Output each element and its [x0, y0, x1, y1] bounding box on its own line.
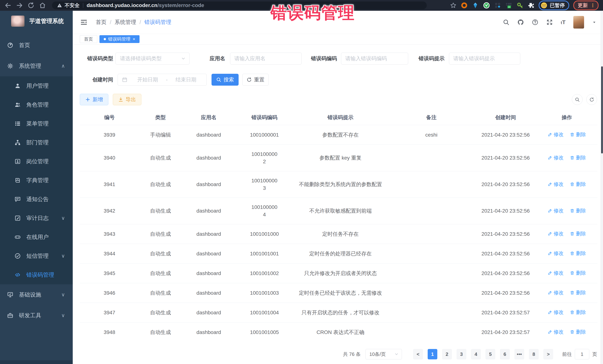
sidebar-item[interactable]: 部门管理: [0, 133, 73, 152]
app-name-input[interactable]: [230, 53, 302, 65]
delete-link[interactable]: 删除: [570, 207, 586, 214]
edit-link[interactable]: 修改: [548, 131, 564, 138]
cell-code: 1001001000: [236, 224, 293, 244]
help-icon[interactable]: [532, 19, 538, 26]
sidebar-item[interactable]: 用户管理: [0, 76, 73, 95]
page-size-select[interactable]: 10条/页: [366, 349, 402, 359]
sidebar-item[interactable]: 研发工具 ∨: [0, 305, 73, 326]
sidebar-item[interactable]: 审计日志 ∨: [0, 209, 73, 228]
delete-link[interactable]: 删除: [570, 269, 586, 277]
page-number-button[interactable]: 3: [457, 349, 466, 359]
avatar-caret-icon[interactable]: [592, 20, 597, 25]
sidebar-item[interactable]: 系统管理 ∧: [0, 55, 73, 76]
sidebar-item[interactable]: 通知公告: [0, 190, 73, 209]
trash-icon: [570, 132, 574, 137]
scrollbar-thumb[interactable]: [601, 66, 603, 154]
page-number-button[interactable]: 4: [471, 349, 481, 359]
sidebar-item[interactable]: 在线用户: [0, 228, 73, 246]
chevron-icon: ∨: [61, 253, 65, 259]
bookmark-star-icon[interactable]: [450, 2, 457, 9]
edit-link[interactable]: 修改: [548, 289, 564, 296]
extension-green-key-icon[interactable]: [516, 2, 523, 9]
error-type-select[interactable]: 请选择错误码类型: [116, 53, 190, 65]
sidebar-item[interactable]: 岗位管理: [0, 152, 73, 171]
edit-link[interactable]: 修改: [548, 269, 564, 277]
page-number-button[interactable]: •••: [514, 349, 524, 359]
fullscreen-icon[interactable]: [546, 19, 553, 26]
reset-button[interactable]: 重置: [242, 74, 269, 86]
page-number-button[interactable]: 1: [428, 349, 437, 359]
page-number-button[interactable]: 6: [500, 349, 510, 359]
sidebar-collapse-icon[interactable]: [80, 19, 88, 26]
header-search-icon[interactable]: [503, 19, 510, 26]
browser-forward-icon[interactable]: [16, 2, 23, 9]
user-avatar[interactable]: [573, 16, 584, 29]
next-page-button[interactable]: >: [544, 349, 553, 359]
extension-orange-donut-icon[interactable]: [461, 2, 468, 9]
github-icon[interactable]: [517, 19, 524, 26]
sidebar-item[interactable]: 菜单管理: [0, 114, 73, 133]
sidebar-item[interactable]: 首页: [0, 35, 73, 55]
breadcrumb-home[interactable]: 首页: [96, 19, 106, 26]
scrollbar-track[interactable]: [601, 11, 603, 364]
edit-link[interactable]: 修改: [548, 180, 564, 188]
browser-home-icon[interactable]: [39, 2, 46, 9]
tab-close-icon[interactable]: ×: [133, 37, 135, 41]
add-button[interactable]: 新增: [80, 94, 108, 105]
browser-back-icon[interactable]: [4, 2, 12, 9]
font-size-icon[interactable]: tT: [561, 19, 566, 25]
sidebar-item[interactable]: 基础设施 ∨: [0, 284, 73, 305]
sidebar-item[interactable]: 短信管理 ∨: [0, 246, 73, 265]
edit-link[interactable]: 修改: [548, 154, 564, 161]
browser-reload-icon[interactable]: [27, 2, 35, 9]
error-code-input[interactable]: [341, 53, 408, 65]
tab-label: 错误码管理: [108, 36, 130, 42]
export-button[interactable]: 导出: [113, 94, 141, 105]
extension-puzzle-icon[interactable]: [527, 2, 534, 9]
sidebar-item[interactable]: 错误码管理: [0, 265, 73, 284]
address-bar[interactable]: 不安全 dashboard.yudao.iocoder.cn/system/er…: [52, 1, 427, 9]
extension-list-on-icon[interactable]: on: [505, 2, 512, 9]
delete-link[interactable]: 删除: [570, 309, 586, 316]
sidebar-item[interactable]: 角色管理: [0, 95, 73, 114]
delete-link[interactable]: 删除: [570, 230, 586, 237]
sidebar-item-icon: [14, 158, 21, 165]
edit-link[interactable]: 修改: [548, 207, 564, 214]
start-date-placeholder[interactable]: 开始日期: [131, 76, 164, 83]
page-number-button[interactable]: 8: [529, 349, 539, 359]
end-date-placeholder[interactable]: 结束日期: [170, 76, 202, 83]
date-range-picker[interactable]: 开始日期 - 结束日期: [118, 74, 207, 86]
goto-page-input[interactable]: [575, 349, 589, 359]
sidebar-item[interactable]: 字典管理: [0, 171, 73, 190]
browser-menu-kebab-icon[interactable]: [590, 3, 595, 8]
breadcrumb-system[interactable]: 系统管理: [115, 19, 136, 26]
delete-link[interactable]: 删除: [570, 154, 586, 161]
browser-update-button[interactable]: 更新: [573, 0, 599, 10]
delete-link[interactable]: 删除: [570, 289, 586, 296]
search-button[interactable]: 搜索: [211, 74, 239, 86]
tab-home[interactable]: 首页: [80, 35, 97, 43]
error-msg-input[interactable]: [449, 53, 520, 65]
extension-green-v-icon[interactable]: [483, 2, 490, 9]
page-number-button[interactable]: 2: [442, 349, 452, 359]
extension-grid-icon[interactable]: [494, 2, 501, 9]
delete-link[interactable]: 删除: [570, 250, 586, 257]
edit-link[interactable]: 修改: [548, 309, 564, 316]
prev-page-button[interactable]: <: [413, 349, 423, 359]
page-number-button[interactable]: 5: [486, 349, 495, 359]
extension-paused-pill[interactable]: 已暂停: [539, 0, 569, 10]
edit-link[interactable]: 修改: [548, 328, 564, 336]
delete-link[interactable]: 删除: [570, 131, 586, 138]
delete-link[interactable]: 删除: [570, 180, 586, 188]
cell-type: 自动生成: [139, 244, 182, 264]
tab-error-code[interactable]: 错误码管理 ×: [99, 35, 139, 43]
app-logo[interactable]: 芋道管理系统: [0, 11, 73, 32]
toggle-search-button[interactable]: [572, 94, 583, 105]
extension-blue-gem-icon[interactable]: [472, 2, 479, 9]
edit-link[interactable]: 修改: [548, 250, 564, 257]
edit-link[interactable]: 修改: [548, 230, 564, 237]
delete-link[interactable]: 删除: [570, 328, 586, 336]
paused-label: 已暂停: [550, 2, 565, 9]
refresh-table-button[interactable]: [586, 94, 597, 105]
table-toolbar: 新增 导出: [80, 94, 597, 105]
